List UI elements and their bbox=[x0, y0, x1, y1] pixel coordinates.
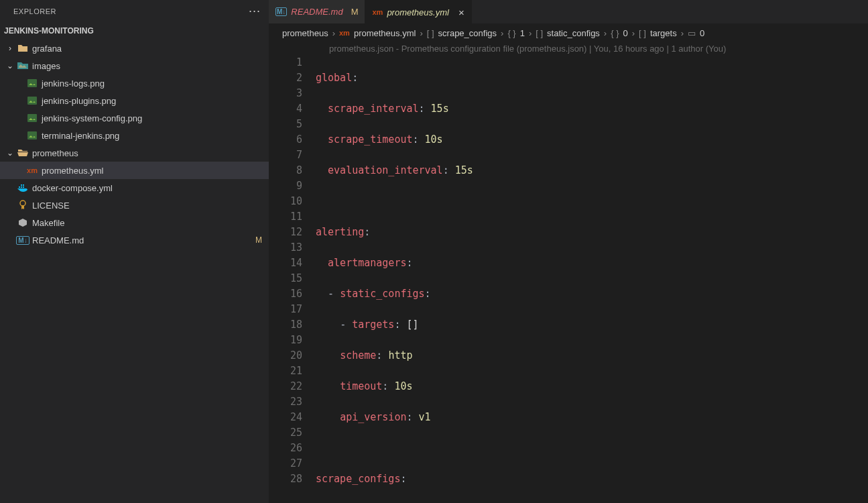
chevron-down-icon: ⌄ bbox=[4, 148, 16, 158]
project-title[interactable]: JENKINS-MONITORING bbox=[0, 22, 269, 40]
yaml-icon: xm bbox=[372, 8, 383, 16]
chevron-right-icon: › bbox=[501, 28, 503, 38]
image-icon bbox=[25, 79, 39, 87]
breadcrumb-item[interactable]: prometheus bbox=[282, 28, 328, 38]
tree-file-prometheus-yml[interactable]: xm prometheus.yml bbox=[0, 162, 269, 179]
chevron-right-icon: › bbox=[632, 28, 635, 38]
tree-label: jenkins-plugins.png bbox=[42, 96, 116, 106]
chevron-right-icon: › bbox=[604, 28, 607, 38]
tree-file[interactable]: jenkins-plugins.png bbox=[0, 92, 269, 109]
breadcrumb-item[interactable]: prometheus.yml bbox=[354, 28, 416, 38]
breadcrumb-item[interactable]: scrape_configs bbox=[438, 28, 497, 38]
tree-label: docker-compose.yml bbox=[32, 183, 113, 193]
docker-icon bbox=[16, 183, 29, 192]
tree-label: jenkins-system-config.png bbox=[42, 113, 142, 123]
tree-label: README.md bbox=[32, 235, 84, 245]
svg-rect-2 bbox=[27, 114, 37, 122]
code-content[interactable]: global: scrape_interval: 15s scrape_time… bbox=[316, 55, 868, 503]
tab-label: README.md bbox=[291, 7, 343, 17]
tree-label: grafana bbox=[32, 44, 62, 54]
modified-badge: M bbox=[255, 235, 262, 245]
file-tree: › grafana ⌄ images jenkins-logs.png jenk… bbox=[0, 40, 269, 249]
license-icon bbox=[16, 200, 29, 211]
image-icon bbox=[25, 114, 39, 122]
svg-rect-0 bbox=[27, 79, 37, 87]
tree-file-license[interactable]: LICENSE bbox=[0, 197, 269, 214]
close-icon[interactable]: × bbox=[458, 7, 464, 18]
tree-label: terminal-jenkins.png bbox=[42, 131, 119, 141]
tree-label: prometheus bbox=[32, 148, 78, 158]
markdown-icon: M↓ bbox=[16, 236, 29, 245]
tab-bar: M↓ README.md M xm prometheus.yml × bbox=[269, 0, 868, 23]
code-area[interactable]: 1234567891011121314151617181920212223242… bbox=[269, 55, 868, 503]
tree-label: jenkins-logs.png bbox=[42, 78, 105, 89]
tree-file-readme[interactable]: M↓ README.md M bbox=[0, 231, 269, 249]
breadcrumb-item[interactable]: 0 bbox=[700, 28, 704, 38]
tree-file[interactable]: terminal-jenkins.png bbox=[0, 127, 269, 144]
breadcrumb[interactable]: prometheus › xm prometheus.yml › [ ]scra… bbox=[269, 23, 868, 42]
modified-indicator: M bbox=[351, 7, 359, 17]
tree-file-makefile[interactable]: Makefile bbox=[0, 214, 269, 231]
line-gutter: 1234567891011121314151617181920212223242… bbox=[269, 55, 316, 503]
tree-folder-prometheus[interactable]: ⌄ prometheus bbox=[0, 144, 269, 162]
tab-label: prometheus.yml bbox=[387, 7, 448, 17]
tree-label: LICENSE bbox=[32, 201, 70, 211]
markdown-icon: M↓ bbox=[275, 7, 287, 16]
tree-folder-grafana[interactable]: › grafana bbox=[0, 40, 269, 57]
chevron-right-icon: › bbox=[681, 28, 684, 38]
chevron-right-icon: › bbox=[529, 28, 532, 38]
image-icon bbox=[25, 97, 39, 105]
explorer-title: EXPLORER bbox=[13, 7, 56, 15]
folder-images-icon bbox=[16, 61, 29, 70]
breadcrumb-item[interactable]: static_configs bbox=[547, 28, 600, 38]
tree-file[interactable]: jenkins-system-config.png bbox=[0, 109, 269, 127]
yaml-icon: xm bbox=[25, 166, 39, 174]
breadcrumb-item[interactable]: 1 bbox=[520, 28, 525, 38]
chevron-right-icon: › bbox=[332, 28, 335, 38]
yaml-icon: xm bbox=[339, 29, 350, 37]
folder-open-icon bbox=[16, 148, 29, 158]
explorer-sidebar: EXPLORER ··· JENKINS-MONITORING › grafan… bbox=[0, 0, 269, 503]
breadcrumb-item[interactable]: 0 bbox=[623, 28, 628, 38]
breadcrumb-item[interactable]: targets bbox=[650, 28, 677, 38]
makefile-icon bbox=[16, 218, 29, 227]
tree-folder-images[interactable]: ⌄ images bbox=[0, 57, 269, 74]
tree-label: Makefile bbox=[32, 218, 64, 228]
svg-rect-1 bbox=[27, 97, 37, 105]
chevron-right-icon: › bbox=[4, 44, 16, 53]
editor-pane: M↓ README.md M xm prometheus.yml × prome… bbox=[269, 0, 868, 503]
tree-label: prometheus.yml bbox=[42, 166, 103, 176]
tab-readme[interactable]: M↓ README.md M bbox=[269, 0, 365, 23]
chevron-down-icon: ⌄ bbox=[4, 61, 16, 70]
folder-icon bbox=[16, 44, 29, 53]
git-lens-meta: prometheus.json - Prometheus configurati… bbox=[269, 42, 868, 55]
tree-file-docker[interactable]: docker-compose.yml bbox=[0, 179, 269, 197]
tab-prometheus[interactable]: xm prometheus.yml × bbox=[365, 0, 471, 23]
tree-label: images bbox=[32, 61, 60, 71]
tree-file[interactable]: jenkins-logs.png bbox=[0, 74, 269, 92]
chevron-right-icon: › bbox=[420, 28, 422, 38]
image-icon bbox=[25, 131, 39, 139]
sidebar-header: EXPLORER ··· bbox=[0, 0, 269, 22]
svg-point-4 bbox=[20, 201, 25, 206]
more-icon[interactable]: ··· bbox=[249, 4, 261, 18]
svg-rect-3 bbox=[27, 131, 37, 139]
